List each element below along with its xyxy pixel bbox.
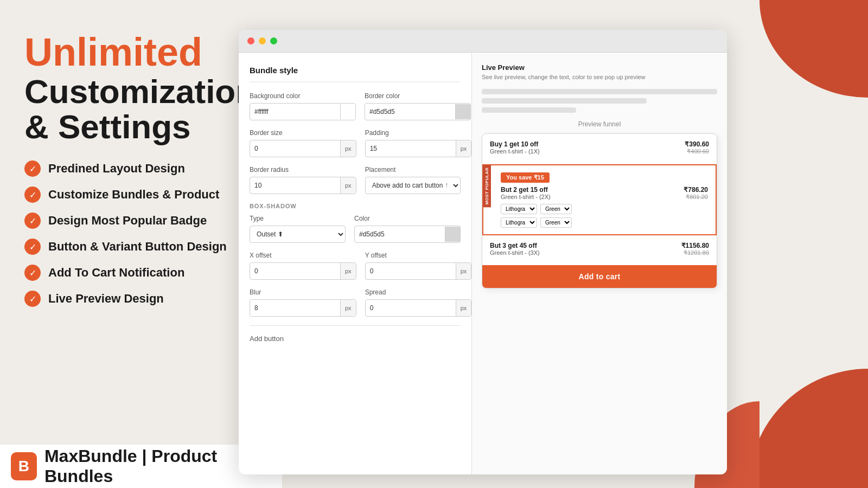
titlebar-dot-green[interactable] bbox=[270, 37, 277, 44]
titlebar-dot-red[interactable] bbox=[247, 37, 254, 44]
skeleton-line bbox=[482, 98, 647, 104]
bg-color-label: Background color bbox=[250, 92, 356, 100]
variant-select-2[interactable]: Green bbox=[540, 204, 572, 214]
border-radius-input-wrapper[interactable]: px bbox=[250, 177, 356, 194]
skeleton-lines bbox=[482, 89, 717, 113]
price-old-2: ₹801.20 bbox=[684, 194, 708, 201]
spread-input[interactable] bbox=[366, 304, 456, 312]
heading-sub: Customization& Settings bbox=[24, 74, 228, 144]
bundle-row-popular: MOST POPULAR You save ₹15 But 2 get 15 o… bbox=[482, 164, 717, 235]
spread-label: Spread bbox=[365, 288, 472, 296]
check-icon: ✓ bbox=[24, 187, 41, 203]
border-radius-input[interactable] bbox=[250, 182, 340, 189]
border-color-input-wrapper[interactable] bbox=[365, 103, 471, 120]
heading-unlimited: Unlimited bbox=[24, 33, 228, 72]
variant-select-4[interactable]: Green bbox=[540, 217, 572, 228]
y-offset-input-wrapper[interactable]: px bbox=[365, 262, 472, 280]
placement-select[interactable]: Above add to cart button ⬆ bbox=[365, 177, 461, 194]
x-offset-group: X offset px bbox=[250, 252, 356, 280]
add-button[interactable]: Add button bbox=[250, 335, 284, 343]
border-radius-group: Border radius px bbox=[250, 166, 356, 194]
border-color-swatch[interactable] bbox=[455, 104, 470, 119]
form-row-colors: Background color Border color bbox=[250, 92, 461, 120]
form-row-shadow-type-color: Type Outset ⬆ Color bbox=[250, 215, 461, 243]
feature-label: Add To Cart Notification bbox=[48, 266, 184, 280]
border-size-input[interactable] bbox=[250, 145, 340, 152]
feature-item-button: ✓ Button & Variant Button Design bbox=[24, 239, 228, 255]
feature-label: Predined Layout Design bbox=[48, 162, 185, 176]
padding-input[interactable] bbox=[366, 145, 456, 152]
bundle-row-1: Buy 1 get 10 off Green t-shirt - (1X) ₹3… bbox=[482, 134, 717, 164]
price-new-2: ₹786.20 bbox=[684, 186, 708, 194]
check-icon: ✓ bbox=[24, 160, 41, 177]
border-size-group: Border size px bbox=[250, 129, 356, 157]
padding-group: Padding px bbox=[365, 129, 472, 157]
feature-label: Button & Variant Button Design bbox=[48, 240, 227, 254]
skeleton-line bbox=[482, 89, 717, 94]
feature-item-preview: ✓ Live Preview Design bbox=[24, 291, 228, 307]
placement-label: Placement bbox=[365, 166, 461, 174]
spread-px: px bbox=[456, 300, 471, 316]
preview-panel: Live Preview See live preview, change th… bbox=[472, 53, 727, 474]
padding-input-wrapper[interactable]: px bbox=[365, 140, 472, 157]
shadow-color-label: Color bbox=[354, 215, 461, 222]
spread-input-wrapper[interactable]: px bbox=[365, 299, 472, 317]
border-size-input-wrapper[interactable]: px bbox=[250, 140, 356, 157]
feature-item-predefined: ✓ Predined Layout Design bbox=[24, 160, 228, 177]
border-size-label: Border size bbox=[250, 129, 356, 137]
x-offset-px: px bbox=[340, 263, 356, 279]
variant-select-1[interactable]: Lithogra bbox=[501, 204, 537, 214]
price-new-1: ₹390.60 bbox=[685, 140, 709, 148]
left-panel: Unlimited Customization& Settings ✓ Pred… bbox=[0, 0, 250, 488]
bg-color-swatch[interactable] bbox=[340, 104, 355, 119]
main-window: Bundle style Background color Border col… bbox=[239, 30, 727, 474]
bg-color-input[interactable] bbox=[250, 108, 340, 115]
bundle-desc-1: Green t-shirt - (1X) bbox=[490, 148, 540, 155]
shadow-color-input[interactable] bbox=[355, 230, 445, 238]
section-title: Bundle style bbox=[250, 66, 461, 82]
skeleton-line bbox=[482, 107, 576, 113]
blur-input-wrapper[interactable]: px bbox=[250, 299, 356, 317]
padding-px: px bbox=[456, 140, 471, 157]
bg-color-input-wrapper[interactable] bbox=[250, 103, 356, 120]
feature-item-cart: ✓ Add To Cart Notification bbox=[24, 265, 228, 281]
placement-group: Placement Above add to cart button ⬆ bbox=[365, 166, 461, 194]
shadow-color-input-wrapper[interactable] bbox=[354, 226, 461, 243]
y-offset-px: px bbox=[456, 263, 471, 279]
x-offset-input[interactable] bbox=[250, 267, 340, 275]
preview-funnel-label: Preview funnel bbox=[482, 120, 717, 128]
check-icon: ✓ bbox=[24, 213, 41, 229]
bundle-offer-2: But 2 get 15 off bbox=[501, 186, 551, 194]
bundle-preview-card: Buy 1 get 10 off Green t-shirt - (1X) ₹3… bbox=[482, 133, 717, 288]
preview-title: Live Preview bbox=[482, 63, 717, 72]
titlebar bbox=[239, 30, 727, 53]
blur-group: Blur px bbox=[250, 288, 356, 317]
bundle-desc-3: Green t-shirt - (3X) bbox=[490, 249, 540, 256]
bundle-prices-1: ₹390.60 ₹400.60 bbox=[685, 140, 709, 155]
feature-item-customize: ✓ Customize Bundles & Product bbox=[24, 187, 228, 203]
y-offset-group: Y offset px bbox=[365, 252, 472, 280]
window-content: Bundle style Background color Border col… bbox=[239, 53, 727, 474]
feature-label: Live Preview Design bbox=[48, 292, 164, 306]
blur-px: px bbox=[340, 300, 356, 316]
y-offset-input[interactable] bbox=[366, 267, 456, 275]
feature-label: Customize Bundles & Product bbox=[48, 188, 219, 202]
form-row-radius-placement: Border radius px Placement Above add to … bbox=[250, 166, 461, 194]
add-to-cart-button[interactable]: Add to cart bbox=[482, 265, 717, 288]
blur-label: Blur bbox=[250, 288, 356, 296]
shadow-type-select[interactable]: Outset ⬆ bbox=[250, 226, 346, 243]
preview-subtitle: See live preview, change the text, color… bbox=[482, 74, 717, 80]
titlebar-dot-yellow[interactable] bbox=[259, 37, 266, 44]
border-color-input[interactable] bbox=[365, 108, 455, 115]
bundle-row-2-header: But 2 get 15 off Green t-shirt - (2X) ₹7… bbox=[501, 186, 708, 201]
border-color-group: Border color bbox=[365, 92, 471, 120]
spread-group: Spread px bbox=[365, 288, 472, 317]
blur-input[interactable] bbox=[250, 304, 340, 312]
border-size-px: px bbox=[340, 140, 356, 157]
variant-select-3[interactable]: Lithogra bbox=[501, 217, 537, 228]
x-offset-input-wrapper[interactable]: px bbox=[250, 262, 356, 280]
feature-item-badge: ✓ Design Most Popular Badge bbox=[24, 213, 228, 229]
bundle-row-3-header: But 3 get 45 off Green t-shirt - (3X) ₹1… bbox=[490, 242, 709, 256]
shadow-color-swatch[interactable] bbox=[445, 227, 460, 242]
shadow-color-group: Color bbox=[354, 215, 461, 243]
